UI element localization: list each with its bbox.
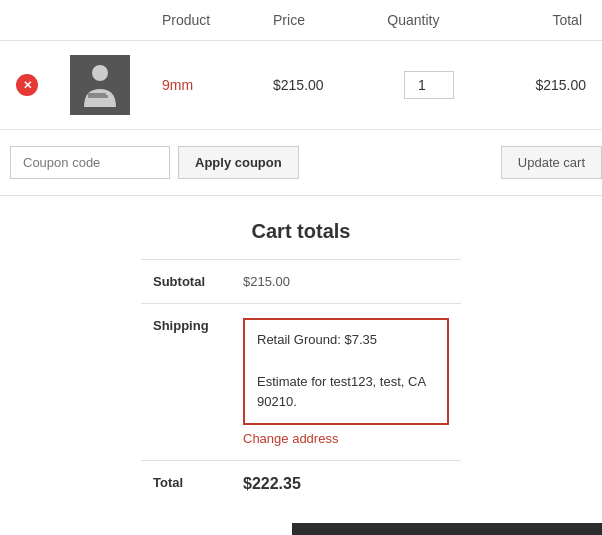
apply-coupon-button[interactable]: Apply coupon xyxy=(178,146,299,179)
product-link[interactable]: 9mm xyxy=(162,77,193,93)
change-address-link[interactable]: Change address xyxy=(243,431,449,446)
total-value-cell: $222.35 xyxy=(231,461,461,508)
cart-totals-section: Cart totals Subtotal $215.00 Shipping Re… xyxy=(0,196,602,535)
checkout-btn-row: Proceed to checkout → xyxy=(0,523,602,535)
col-price-header: Price xyxy=(257,0,371,41)
product-total: $215.00 xyxy=(535,77,586,93)
col-image-header xyxy=(54,0,146,41)
total-label: Total xyxy=(141,461,231,508)
subtotal-row: Subtotal $215.00 xyxy=(141,260,461,304)
coupon-left: Apply coupon xyxy=(10,146,299,179)
subtotal-value: $215.00 xyxy=(231,260,461,304)
product-qty-cell xyxy=(371,41,487,130)
shipping-row: Shipping Retail Ground: $7.35 Estimate f… xyxy=(141,304,461,461)
product-total-cell: $215.00 xyxy=(488,41,602,130)
product-price-cell: $215.00 xyxy=(257,41,371,130)
shipping-method: Retail Ground: $7.35 xyxy=(257,330,435,351)
total-amount: $222.35 xyxy=(243,475,301,492)
cart-totals-table: Subtotal $215.00 Shipping Retail Ground:… xyxy=(141,259,461,507)
subtotal-label: Subtotal xyxy=(141,260,231,304)
product-thumbnail xyxy=(70,55,130,115)
shipping-value-cell: Retail Ground: $7.35 Estimate for test12… xyxy=(231,304,461,461)
shipping-label: Shipping xyxy=(141,304,231,461)
svg-rect-3 xyxy=(102,95,108,98)
col-remove-header xyxy=(0,0,54,41)
remove-item-button[interactable] xyxy=(16,74,38,96)
coupon-input[interactable] xyxy=(10,146,170,179)
product-image-cell xyxy=(54,41,146,130)
svg-point-1 xyxy=(92,65,108,81)
total-row: Total $222.35 xyxy=(141,461,461,508)
cart-totals-title: Cart totals xyxy=(252,220,351,243)
update-cart-button[interactable]: Update cart xyxy=(501,146,602,179)
col-quantity-header: Quantity xyxy=(371,0,487,41)
remove-cell xyxy=(0,41,54,130)
quantity-input[interactable] xyxy=(404,71,454,99)
col-product-header: Product xyxy=(146,0,257,41)
product-price: $215.00 xyxy=(273,77,324,93)
product-name-cell: 9mm xyxy=(146,41,257,130)
coupon-row: Apply coupon Update cart xyxy=(0,130,602,196)
shipping-estimate: Estimate for test123, test, CA 90210. xyxy=(257,372,435,414)
col-total-header: Total xyxy=(488,0,602,41)
proceed-to-checkout-button[interactable]: Proceed to checkout → xyxy=(292,523,602,535)
table-row: 9mm $215.00 $215.00 xyxy=(0,41,602,130)
shipping-box: Retail Ground: $7.35 Estimate for test12… xyxy=(243,318,449,425)
cart-table: Product Price Quantity Total xyxy=(0,0,602,130)
